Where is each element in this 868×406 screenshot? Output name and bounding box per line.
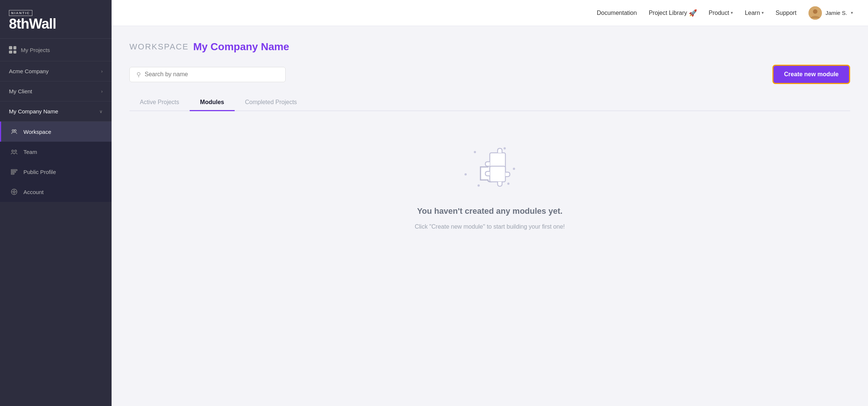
workspace-breadcrumb-label: WORKSPACE [129,42,189,52]
svg-rect-5 [11,171,16,173]
sidebar-item-mycompany[interactable]: My Company Name ∨ [0,102,112,122]
sidebar-item-workspace[interactable]: Workspace [0,122,112,142]
svg-point-16 [507,183,509,185]
tab-active-projects[interactable]: Active Projects [129,94,190,111]
svg-point-15 [478,184,480,187]
account-label: Account [23,189,44,195]
rocket-icon: 🚀 [689,9,697,17]
create-new-module-button[interactable]: Create new module [772,65,850,84]
avatar [808,6,822,20]
account-icon [10,188,18,196]
sidebar: NIANTIC 8thWall My Projects Acme Company… [0,0,112,406]
top-navigation: Documentation Project Library 🚀 Product … [112,0,868,26]
tab-completed-projects[interactable]: Completed Projects [235,94,308,111]
product-dropdown-icon: ▾ [731,10,733,15]
team-icon [10,148,18,156]
acme-chevron-icon: › [101,69,103,74]
page-header: WORKSPACE My Company Name [129,41,850,53]
workspace-list: Acme Company › My Client › My Company Na… [0,61,112,202]
sidebar-item-team[interactable]: Team [0,142,112,162]
myclient-label: My Client [9,88,32,94]
workspace-label: Workspace [23,129,51,135]
empty-state-subtitle: Click "Create new module" to start build… [415,223,565,230]
puzzle-icon [460,141,520,193]
acme-label: Acme Company [9,68,49,74]
sidebar-logo: NIANTIC 8thWall [0,0,112,39]
learn-dropdown-icon: ▾ [762,10,764,15]
svg-point-3 [15,150,17,152]
svg-point-14 [464,173,467,175]
empty-state: You haven't created any modules yet. Cli… [129,111,850,260]
user-name-label: Jamie S. [826,10,847,16]
svg-point-0 [12,130,14,132]
svg-rect-4 [11,170,17,171]
sidebar-item-account[interactable]: Account [0,182,112,202]
mycompany-label: My Company Name [9,108,58,115]
sidebar-item-public-profile[interactable]: Public Profile [0,162,112,182]
svg-point-8 [13,191,15,193]
project-library-link-label: Project Library [649,10,687,16]
svg-point-2 [12,150,14,152]
tab-modules[interactable]: Modules [190,94,235,111]
myclient-chevron-icon: › [101,89,103,94]
niantic-label: NIANTIC [9,10,32,16]
product-link-label: Product [709,10,729,16]
page-content-area: WORKSPACE My Company Name ⚲ Create new m… [112,26,868,406]
svg-rect-18 [490,166,505,182]
svg-point-1 [15,130,16,132]
tab-bar: Active Projects Modules Completed Projec… [129,94,850,111]
svg-point-12 [504,147,506,149]
public-profile-label: Public Profile [23,169,56,175]
nav-learn[interactable]: Learn ▾ [745,10,764,16]
profile-icon [10,168,18,176]
nav-support[interactable]: Support [776,10,797,16]
svg-point-11 [474,151,476,153]
sidebar-item-acme[interactable]: Acme Company › [0,61,112,81]
nav-product[interactable]: Product ▾ [709,10,733,16]
workspace-name-heading: My Company Name [193,41,289,53]
brand-logo: 8thWall [9,17,103,31]
projects-grid-icon [9,46,16,54]
company-sub-menu: Workspace Team [0,122,112,202]
search-icon: ⚲ [136,71,141,78]
svg-point-10 [813,9,817,14]
search-bar[interactable]: ⚲ [129,67,286,82]
learn-link-label: Learn [745,10,760,16]
user-menu[interactable]: Jamie S. ▾ [808,6,853,20]
workspace-icon [10,128,18,136]
nav-documentation[interactable]: Documentation [597,10,637,16]
documentation-link-label: Documentation [597,10,637,16]
user-dropdown-icon: ▾ [851,10,853,15]
svg-point-13 [513,168,515,170]
team-label: Team [23,149,37,155]
empty-state-title: You haven't created any modules yet. [417,206,562,216]
my-projects-label: My Projects [21,47,50,53]
main-content: Documentation Project Library 🚀 Product … [112,0,868,406]
support-link-label: Support [776,10,797,16]
search-input[interactable] [145,71,279,78]
top-actions-bar: ⚲ Create new module [129,65,850,84]
svg-rect-6 [11,173,14,174]
nav-project-library[interactable]: Project Library 🚀 [649,9,697,17]
sidebar-item-myclient[interactable]: My Client › [0,81,112,102]
mycompany-chevron-icon: ∨ [99,109,103,114]
sidebar-item-my-projects[interactable]: My Projects [0,39,112,61]
